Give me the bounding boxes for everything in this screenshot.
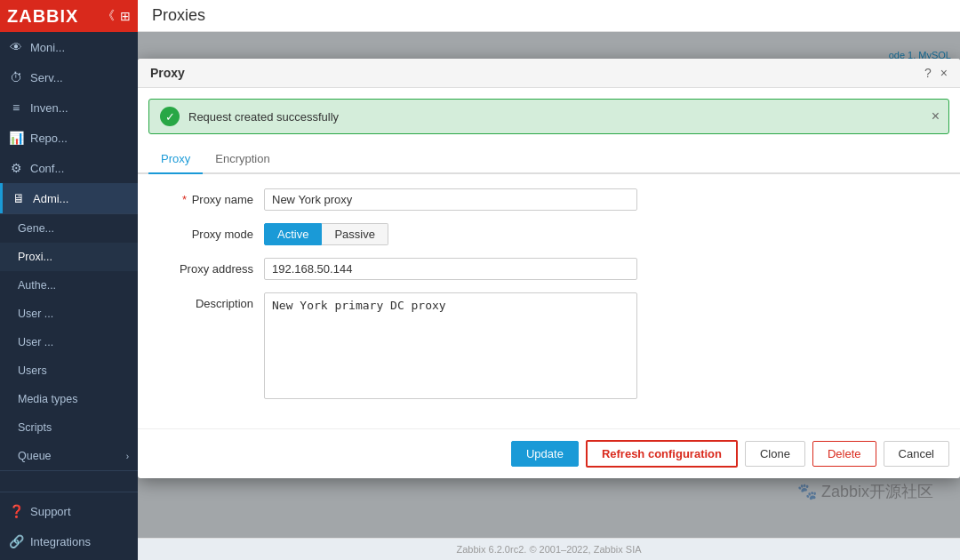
support-icon: ❓ xyxy=(9,504,23,518)
modal-tabs: Proxy Encryption xyxy=(138,145,960,174)
proxy-address-control xyxy=(264,258,637,280)
services-icon: ⏱ xyxy=(9,70,23,84)
sidebar-main-section: 👁 Moni... ⏱ Serv... ≡ Inven... 📊 Repo...… xyxy=(0,32,138,214)
nav-icon[interactable]: ⊞ xyxy=(120,9,131,23)
sidebar-nav: 👁 Moni... ⏱ Serv... ≡ Inven... 📊 Repo...… xyxy=(0,32,138,492)
cancel-button[interactable]: Cancel xyxy=(884,441,949,467)
page-title: Proxies xyxy=(152,6,205,25)
modal-footer: Update Refresh configuration Clone Delet… xyxy=(138,428,960,478)
delete-button[interactable]: Delete xyxy=(812,441,876,467)
support-label: Support xyxy=(30,505,71,518)
monitoring-icon: 👁 xyxy=(9,40,23,54)
collapse-icon[interactable]: 《 xyxy=(102,8,115,24)
sidebar-sub-users[interactable]: Users xyxy=(0,356,138,385)
proxy-name-input[interactable] xyxy=(264,188,637,211)
sidebar-label-monitoring: Moni... xyxy=(30,41,65,54)
modal-header: Proxy ? × xyxy=(138,59,960,88)
sidebar-admin-section: Gene... Proxi... Authe... User ... User … xyxy=(0,214,138,471)
footer-text: Zabbix 6.2.0rc2. © 2001–2022, Zabbix SIA xyxy=(456,544,641,555)
sidebar-item-administration[interactable]: 🖥 Admi... xyxy=(0,183,138,213)
success-message-bar: ✓ Request created successfully × xyxy=(148,99,949,134)
form-row-proxy-name: * Proxy name xyxy=(148,188,949,211)
sidebar-sub-user-roles[interactable]: User ... xyxy=(0,328,138,356)
users-label: Users xyxy=(18,364,47,377)
page-footer: Zabbix 6.2.0rc2. © 2001–2022, Zabbix SIA xyxy=(138,538,960,560)
sidebar-label-configuration: Conf... xyxy=(30,162,64,175)
help-icon[interactable]: ? xyxy=(924,66,932,80)
inventory-icon: ≡ xyxy=(9,100,23,115)
sidebar-item-reports[interactable]: 📊 Repo... xyxy=(0,123,138,153)
sidebar-item-monitoring[interactable]: 👁 Moni... xyxy=(0,32,138,62)
tab-encryption[interactable]: Encryption xyxy=(203,145,282,174)
proxy-address-label: Proxy address xyxy=(148,258,264,276)
user-groups-label: User ... xyxy=(18,308,53,320)
scripts-label: Scripts xyxy=(18,421,52,434)
sidebar-item-support[interactable]: ❓ Support xyxy=(0,496,138,526)
sidebar-label-inventory: Inven... xyxy=(30,101,68,115)
user-roles-label: User ... xyxy=(18,336,53,348)
form-row-proxy-address: Proxy address xyxy=(148,258,949,280)
sidebar-sub-queue[interactable]: Queue › xyxy=(0,442,138,470)
modal-overlay: Proxy ? × ✓ Request created successfully… xyxy=(138,32,960,538)
sidebar-label-administration: Admi... xyxy=(33,192,68,205)
description-textarea[interactable]: New York primary DC proxy xyxy=(264,292,637,399)
sidebar-item-configuration[interactable]: ⚙ Conf... xyxy=(0,153,138,183)
sidebar-header: ZABBIX 《 ⊞ xyxy=(0,0,138,32)
integrations-label: Integrations xyxy=(30,535,91,548)
sidebar-sub-media-types[interactable]: Media types xyxy=(0,385,138,413)
proxy-mode-toggle: Active Passive xyxy=(264,223,637,245)
sidebar-header-controls: 《 ⊞ xyxy=(102,8,131,24)
reports-icon: 📊 xyxy=(9,131,23,145)
proxy-address-input[interactable] xyxy=(264,258,637,280)
proxy-mode-passive-btn[interactable]: Passive xyxy=(322,223,388,245)
modal-header-icons: ? × xyxy=(924,66,948,80)
queue-label: Queue xyxy=(18,450,52,462)
sidebar-sub-user-groups[interactable]: User ... xyxy=(0,300,138,328)
main-area: Proxies ode 1, MySQL 0, HPE Primer Proxy… xyxy=(138,0,960,560)
proxy-mode-label: Proxy mode xyxy=(148,223,264,241)
top-bar: Proxies xyxy=(138,0,960,32)
form-row-proxy-mode: Proxy mode Active Passive xyxy=(148,223,949,245)
sidebar-item-services[interactable]: ⏱ Serv... xyxy=(0,62,138,92)
sidebar-bottom: ❓ Support 🔗 Integrations xyxy=(0,492,138,560)
modal-title: Proxy xyxy=(150,66,185,80)
description-control: New York primary DC proxy xyxy=(264,292,637,402)
media-types-label: Media types xyxy=(18,393,77,405)
administration-icon: 🖥 xyxy=(12,191,26,205)
general-label: Gene... xyxy=(18,222,54,235)
description-label: Description xyxy=(148,292,264,310)
success-close-icon[interactable]: × xyxy=(932,108,940,124)
sidebar-sub-general[interactable]: Gene... xyxy=(0,214,138,243)
sidebar-item-inventory[interactable]: ≡ Inven... xyxy=(0,92,138,123)
modal-form: * Proxy name Proxy mode xyxy=(138,174,960,428)
success-checkmark-icon: ✓ xyxy=(160,107,180,126)
proxy-mode-control: Active Passive xyxy=(264,223,637,245)
sidebar-sub-proxies[interactable]: Proxi... xyxy=(0,243,138,271)
close-icon[interactable]: × xyxy=(940,66,948,80)
success-text: Request created successfully xyxy=(188,110,339,124)
update-button[interactable]: Update xyxy=(511,441,579,467)
sidebar: ZABBIX 《 ⊞ 👁 Moni... ⏱ Serv... ≡ Inven..… xyxy=(0,0,138,560)
sidebar-item-integrations[interactable]: 🔗 Integrations xyxy=(0,526,138,556)
proxy-modal: Proxy ? × ✓ Request created successfully… xyxy=(138,59,960,478)
form-row-description: Description New York primary DC proxy xyxy=(148,292,949,402)
proxies-label: Proxi... xyxy=(18,251,52,263)
required-star: * xyxy=(182,193,187,206)
sidebar-label-services: Serv... xyxy=(30,71,63,84)
authentication-label: Authe... xyxy=(18,279,56,292)
proxy-mode-active-btn[interactable]: Active xyxy=(264,223,322,245)
integrations-icon: 🔗 xyxy=(9,534,23,548)
content-area: ode 1, MySQL 0, HPE Primer Proxy ? × ✓ R… xyxy=(138,32,960,538)
tab-proxy[interactable]: Proxy xyxy=(148,145,203,174)
queue-arrow-icon: › xyxy=(126,452,129,461)
zabbix-logo: ZABBIX xyxy=(7,6,78,27)
sidebar-sub-authentication[interactable]: Authe... xyxy=(0,271,138,300)
sidebar-label-reports: Repo... xyxy=(30,132,68,145)
clone-button[interactable]: Clone xyxy=(745,441,805,467)
configuration-icon: ⚙ xyxy=(9,161,23,175)
proxy-name-label: * Proxy name xyxy=(148,188,264,206)
proxy-name-control xyxy=(264,188,637,211)
sidebar-sub-scripts[interactable]: Scripts xyxy=(0,413,138,442)
refresh-configuration-button[interactable]: Refresh configuration xyxy=(586,440,738,468)
